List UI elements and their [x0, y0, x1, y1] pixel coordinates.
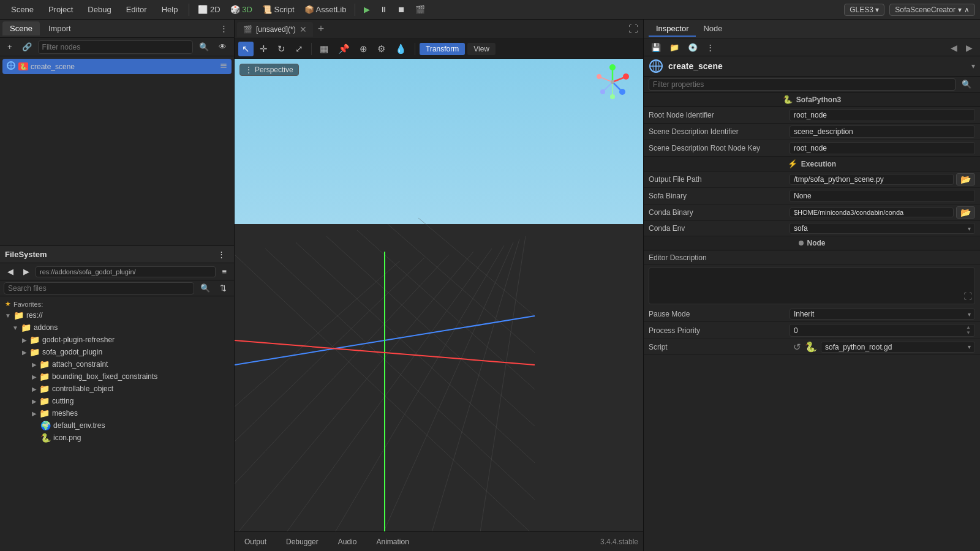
- tool-select-button[interactable]: ↖: [238, 42, 254, 56]
- tab-audio[interactable]: Audio: [333, 536, 362, 547]
- filesystem-more-button[interactable]: ⋮: [214, 248, 229, 261]
- node-plugin-badge: 🐍: [18, 62, 28, 70]
- list-item[interactable]: ▶ 📁 bounding_box_fixed_constraints: [2, 370, 232, 383]
- tab-import[interactable]: Import: [41, 21, 78, 36]
- tool-grid-button[interactable]: ▦: [316, 42, 332, 56]
- scene-creator-badge[interactable]: SofaSceneCreator ▾ ∧: [889, 4, 975, 16]
- fs-search-bar: 🔍 ⇅: [0, 280, 234, 296]
- movie-button[interactable]: 🎬: [412, 3, 429, 16]
- prop-value[interactable]: None: [790, 190, 975, 202]
- menu-project[interactable]: Project: [42, 2, 79, 17]
- tool-snap-button[interactable]: 📌: [334, 42, 353, 56]
- fs-back-button[interactable]: ◀: [4, 265, 17, 278]
- viewport-tab-add[interactable]: +: [314, 23, 328, 36]
- tab-inspector[interactable]: Inspector: [649, 21, 696, 37]
- play-button[interactable]: ▶: [360, 3, 374, 16]
- tool-paint-button[interactable]: 💧: [391, 42, 410, 56]
- tool-move-button[interactable]: ✛: [256, 42, 271, 56]
- tool-settings-button[interactable]: ⚙: [374, 42, 389, 56]
- list-item[interactable]: ▶ 📁 godot-plugin-refresher: [2, 334, 232, 346]
- inspector-more-button[interactable]: ⋮: [703, 41, 718, 54]
- fs-layout-button[interactable]: ≡: [218, 265, 230, 278]
- mode-3d-button[interactable]: 🎲 3D: [227, 3, 256, 16]
- filter-props-search-button[interactable]: 🔍: [958, 78, 975, 91]
- search-files-input[interactable]: [4, 282, 194, 294]
- chevron-right-icon: ▶: [22, 349, 27, 356]
- viewport-canvas[interactable]: ⋮ Perspective: [235, 59, 643, 531]
- menu-editor[interactable]: Editor: [120, 2, 153, 17]
- list-item[interactable]: ▶ 📁 cutting: [2, 395, 232, 407]
- inspector-node-expand[interactable]: ▾: [971, 62, 975, 70]
- menu-debug[interactable]: Debug: [81, 2, 117, 17]
- fs-forward-button[interactable]: ▶: [20, 265, 33, 278]
- inspector-save-button[interactable]: 💾: [647, 41, 665, 54]
- list-item[interactable]: ▶ 📁 controllable_object: [2, 383, 232, 395]
- viewport-tab-main[interactable]: 🎬 [unsaved](*) ✕: [237, 22, 313, 37]
- list-item[interactable]: ▶ 📁 sofa_godot_plugin: [2, 346, 232, 358]
- mode-script-button[interactable]: 📜 Script: [258, 3, 298, 16]
- prop-value[interactable]: /tmp/sofa_python_scene.py: [790, 174, 954, 185]
- add-node-button[interactable]: +: [4, 40, 16, 53]
- inspector-back-button[interactable]: ◀: [947, 42, 961, 54]
- stop-button[interactable]: ⏹: [394, 3, 409, 16]
- fs-search-button[interactable]: 🔍: [197, 282, 214, 294]
- menu-separator: [189, 4, 189, 16]
- list-item[interactable]: ▼ 📁 res://: [2, 309, 232, 321]
- prop-dropdown[interactable]: Inherit ▾: [790, 309, 975, 320]
- fs-sort-button[interactable]: ⇅: [216, 282, 230, 294]
- scene-more-button[interactable]: ⋮: [216, 22, 232, 35]
- execution-section-header: ⚡ Execution: [644, 157, 980, 171]
- file-browse-button2[interactable]: 📂: [956, 206, 975, 219]
- menu-scene[interactable]: Scene: [5, 2, 40, 17]
- filter-properties-input[interactable]: [649, 78, 956, 91]
- inspector-disk-button[interactable]: 💿: [684, 41, 701, 54]
- tab-output[interactable]: Output: [239, 536, 271, 547]
- tab-debugger[interactable]: Debugger: [281, 536, 323, 547]
- scene-node-root[interactable]: 🐍 create_scene: [2, 59, 232, 74]
- list-item[interactable]: ▶ 📁 attach_constraint: [2, 358, 232, 370]
- list-item[interactable]: 🐍 icon.png: [2, 432, 232, 444]
- filter-nodes-input[interactable]: [38, 40, 193, 54]
- tab-scene[interactable]: Scene: [2, 21, 40, 36]
- perspective-badge[interactable]: ⋮ Perspective: [239, 64, 299, 76]
- prop-value[interactable]: $HOME/miniconda3/condabin/conda: [790, 208, 954, 217]
- list-item[interactable]: ▶ 📁 meshes: [2, 407, 232, 419]
- decrement-icon[interactable]: ▼: [966, 331, 971, 335]
- increment-icon[interactable]: ▲: [966, 325, 971, 330]
- prop-number[interactable]: 0 ▲ ▼: [790, 324, 975, 337]
- prop-name: Output File Path: [649, 175, 790, 184]
- editor-description-area[interactable]: ⛶: [649, 268, 975, 304]
- list-item[interactable]: 🌍 default_env.tres: [2, 419, 232, 432]
- link-node-button[interactable]: 🔗: [18, 40, 36, 53]
- eye-toggle-button[interactable]: 👁: [215, 40, 230, 53]
- mode-assetlib-button[interactable]: 📦 AssetLib: [301, 3, 350, 16]
- prop-value[interactable]: root_node: [790, 142, 975, 154]
- file-browse-button[interactable]: 📂: [956, 173, 975, 186]
- prop-value[interactable]: scene_description: [790, 126, 975, 138]
- inspector-folder-button[interactable]: 📁: [666, 41, 683, 54]
- list-item[interactable]: ▼ 📁 addons: [2, 321, 232, 334]
- view-view-button[interactable]: View: [467, 43, 496, 55]
- viewport-maximize-button[interactable]: ⛶: [626, 21, 641, 37]
- tab-node[interactable]: Node: [696, 21, 729, 37]
- inspector-forward-button[interactable]: ▶: [962, 42, 976, 54]
- tab-animation[interactable]: Animation: [371, 536, 413, 547]
- prop-dropdown[interactable]: sofa_python_root.gd ▾: [821, 342, 975, 353]
- prop-value[interactable]: root_node: [790, 109, 975, 121]
- folder-icon: 📁: [29, 335, 40, 345]
- tool-local-button[interactable]: ⊕: [356, 42, 371, 56]
- script-reload-button[interactable]: ↺: [793, 342, 801, 353]
- tool-rotate-button[interactable]: ↻: [274, 42, 289, 56]
- view-transform-button[interactable]: Transform: [420, 43, 465, 55]
- tool-scale-button[interactable]: ⤢: [292, 42, 307, 56]
- gles-badge[interactable]: GLES3 ▾: [844, 4, 884, 16]
- search-nodes-button[interactable]: 🔍: [195, 40, 213, 53]
- svg-point-31: [619, 89, 625, 95]
- menu-help[interactable]: Help: [156, 2, 184, 17]
- pause-button[interactable]: ⏸: [376, 3, 391, 16]
- mode-2d-button[interactable]: ⬜ 2D: [194, 3, 224, 16]
- expand-icon[interactable]: ⛶: [963, 291, 972, 301]
- prop-dropdown[interactable]: sofa ▾: [790, 223, 975, 234]
- gizmo-widget[interactable]: [594, 64, 631, 100]
- viewport-tab-close[interactable]: ✕: [300, 24, 307, 34]
